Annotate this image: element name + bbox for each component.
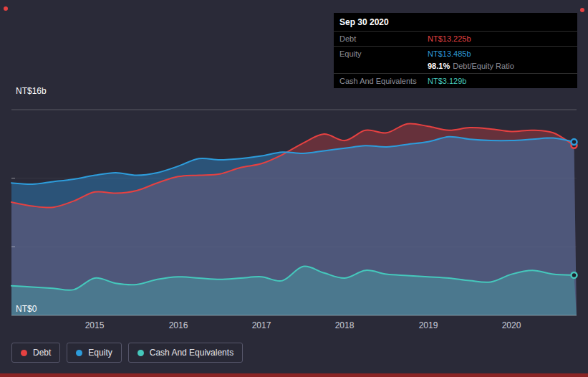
tooltip-cash-label: Cash And Equivalents (339, 76, 428, 86)
tooltip-equity-value: NT$13.485b (428, 49, 572, 59)
series-endpoint-cash-and-equivalents (572, 272, 577, 278)
tooltip-ratio-value: 98.1% (428, 62, 450, 70)
page: NT$16b NT$0 201520162017201820192020 Sep… (0, 0, 588, 377)
x-tick-label: 2018 (332, 320, 357, 330)
tooltip-date: Sep 30 2020 (334, 13, 577, 31)
series-endpoint-equity (572, 139, 577, 145)
x-tick-label: 2016 (165, 320, 191, 330)
legend-item-debt[interactable]: Debt (11, 343, 60, 363)
tooltip-debt-label: Debt (339, 34, 428, 44)
chart-tooltip: Sep 30 2020 Debt NT$13.225b Equity NT$13… (334, 13, 577, 88)
y-axis-label-bottom: NT$0 (16, 304, 37, 314)
tooltip-cash-value: NT$3.129b (428, 76, 572, 86)
tooltip-debt-row: Debt NT$13.225b (334, 32, 577, 46)
chart-legend: Debt Equity Cash And Equivalents (11, 343, 243, 363)
legend-item-cash-label: Cash And Equivalents (150, 348, 233, 358)
tooltip-debt-value: NT$13.225b (428, 34, 572, 44)
bottom-red-bar (0, 373, 588, 377)
debt-series-dot-icon (21, 350, 27, 356)
x-tick-label: 2017 (249, 320, 274, 330)
tooltip-cash-row: Cash And Equivalents NT$3.129b (334, 74, 577, 88)
legend-item-debt-label: Debt (33, 348, 51, 358)
tooltip-ratio-row: 98.1%Debt/Equity Ratio (334, 61, 577, 73)
tooltip-equity-label: Equity (339, 49, 428, 59)
legend-item-equity-label: Equity (88, 348, 112, 358)
x-tick-label: 2019 (415, 320, 441, 330)
legend-item-equity[interactable]: Equity (67, 343, 121, 363)
x-tick-label: 2020 (498, 320, 524, 330)
x-tick-label: 2015 (82, 320, 107, 330)
tooltip-equity-row: Equity NT$13.485b (334, 47, 577, 61)
cash-series-dot-icon (138, 350, 144, 356)
legend-item-cash[interactable]: Cash And Equivalents (128, 343, 243, 363)
y-axis-label-top: NT$16b (16, 86, 47, 96)
tooltip-ratio-label: Debt/Equity Ratio (453, 62, 514, 70)
equity-series-dot-icon (76, 350, 82, 356)
